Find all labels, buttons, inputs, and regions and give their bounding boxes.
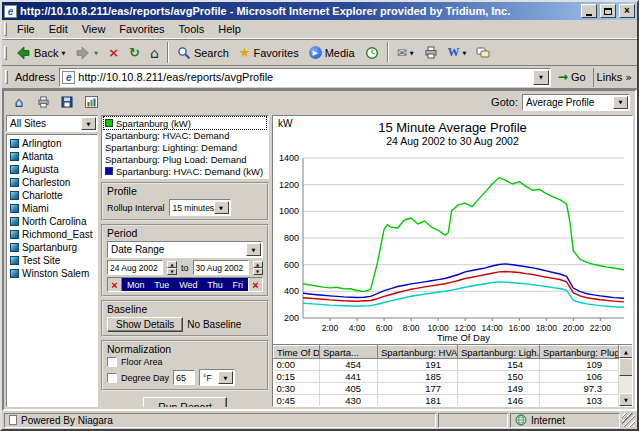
period-type-select[interactable]: Date Range ▼	[107, 241, 263, 258]
site-filter-dropdown-icon[interactable]: ▼	[81, 117, 96, 130]
title-bar[interactable]: e http://10.10.8.211/eas/reports/avgProf…	[2, 2, 637, 20]
start-date-field[interactable]: 24 Aug 2002	[107, 260, 163, 275]
site-item[interactable]: Spartanburg	[7, 241, 97, 254]
site-item[interactable]: Winston Salem	[7, 267, 97, 280]
weekday-thu[interactable]: Thu	[207, 280, 223, 290]
series-item[interactable]: Spartanburg: HVAC: Demand (kW)	[104, 165, 266, 177]
discuss-button[interactable]	[471, 41, 495, 64]
site-item[interactable]: Charlotte	[7, 189, 97, 202]
media-button[interactable]: ▶ Media	[304, 41, 360, 64]
period-type-dropdown-icon[interactable]: ▼	[246, 243, 261, 256]
series-item[interactable]: Spartanburg (kW)	[104, 117, 266, 129]
table-scrollbar[interactable]: ▲ ▼	[619, 345, 633, 406]
back-button[interactable]: Back ▼	[10, 41, 70, 64]
links-chevron-icon[interactable]: »	[625, 71, 632, 84]
mail-button[interactable]: ✉ ▼	[392, 41, 419, 64]
table-header-cell[interactable]: Spartanburg: Plug ...	[540, 346, 619, 359]
rollup-dropdown-icon[interactable]: ▼	[214, 201, 229, 214]
address-input[interactable]: e http://10.10.8.211/eas/reports/avgProf…	[59, 68, 550, 87]
show-details-button[interactable]: Show Details	[107, 317, 183, 332]
site-item[interactable]: Arlington	[7, 137, 97, 150]
site-item[interactable]: Charleston	[7, 176, 97, 189]
toolbar-grip[interactable]	[4, 46, 7, 60]
back-dropdown-icon[interactable]: ▼	[61, 50, 65, 56]
weekday-selector[interactable]: × MonTueWedThuFri ×	[107, 277, 263, 292]
degree-day-checkbox[interactable]	[107, 373, 117, 383]
table-header-cell[interactable]: Spartanburg: HVAC...	[378, 346, 458, 359]
forward-button[interactable]: ▼	[70, 41, 103, 64]
series-item[interactable]: Spartanburg: Plug Load: Demand	[104, 153, 266, 165]
weekday-labels[interactable]: MonTueWedThuFri	[122, 278, 248, 291]
table-row[interactable]: 0:3040517714997.3	[274, 383, 619, 395]
minimize-button[interactable]	[581, 4, 597, 18]
app-chart-button[interactable]	[81, 93, 101, 111]
site-item[interactable]: Miami	[7, 202, 97, 215]
weekday-fri[interactable]: Fri	[233, 280, 244, 290]
scrollbar-thumb[interactable]	[619, 358, 633, 376]
end-date-field[interactable]: 30 Aug 2002	[193, 260, 249, 275]
resize-grip[interactable]	[622, 413, 635, 427]
rollup-interval-select[interactable]: 15 minutes ▼	[169, 199, 231, 216]
sunday-excluded-icon[interactable]: ×	[108, 278, 122, 291]
favorites-button[interactable]: ★ Favorites	[234, 41, 304, 64]
menu-edit[interactable]: Edit	[42, 21, 75, 37]
site-item[interactable]: Richmond_East	[7, 228, 97, 241]
table-header-cell[interactable]: Sparta...	[320, 346, 378, 359]
table-header-cell[interactable]: Time Of Day	[274, 346, 320, 359]
menu-tools[interactable]: Tools	[172, 21, 212, 37]
series-item[interactable]: Spartanburg: Lighting: Demand	[104, 141, 266, 153]
menu-view[interactable]: View	[75, 21, 113, 37]
weekday-tue[interactable]: Tue	[154, 280, 169, 290]
series-label: Spartanburg: HVAC: Demand (kW)	[116, 166, 263, 177]
menu-help[interactable]: Help	[211, 21, 248, 37]
scrollbar-track[interactable]	[619, 358, 633, 393]
saturday-excluded-icon[interactable]: ×	[248, 278, 262, 291]
close-button[interactable]: ×	[619, 4, 635, 18]
stop-button[interactable]: ×	[103, 41, 124, 64]
address-dropdown-icon[interactable]: ▼	[533, 70, 549, 85]
search-button[interactable]: Search	[172, 41, 234, 64]
scroll-up-icon[interactable]: ▲	[619, 345, 633, 358]
floor-area-checkbox[interactable]	[107, 357, 117, 367]
table-row[interactable]: 0:15441185150106	[274, 371, 619, 383]
menu-favorites[interactable]: Favorites	[112, 21, 171, 37]
go-button[interactable]: → Go	[555, 70, 589, 84]
history-button[interactable]	[360, 41, 384, 64]
start-date-stepper[interactable]: ▲▼	[167, 261, 177, 275]
degree-day-value-field[interactable]: 65	[173, 370, 195, 385]
weekday-wed[interactable]: Wed	[179, 280, 197, 290]
app-print-button[interactable]	[33, 93, 53, 111]
home-button[interactable]: ⌂	[145, 41, 164, 64]
app-home-button[interactable]: ⌂	[9, 93, 29, 111]
table-row[interactable]: 0:00454191154109	[274, 359, 619, 371]
site-item[interactable]: Atlanta	[7, 150, 97, 163]
goto-dropdown-icon[interactable]: ▼	[613, 96, 628, 109]
forward-dropdown-icon[interactable]: ▼	[94, 50, 98, 56]
menubar-grip[interactable]	[4, 22, 7, 36]
status-text: Powered By Niagara	[21, 415, 113, 426]
series-item[interactable]: Spartanburg: HVAC: Demand	[104, 129, 266, 141]
degree-unit-dropdown-icon[interactable]: ▼	[218, 371, 233, 384]
site-filter-select[interactable]: All Sites ▼	[6, 115, 98, 132]
end-date-stepper[interactable]: ▲▼	[253, 261, 263, 275]
degree-unit-select[interactable]: °F ▼	[199, 369, 235, 386]
goto-select[interactable]: Average Profile ▼	[522, 94, 630, 111]
app-save-button[interactable]	[57, 93, 77, 111]
run-report-button[interactable]: Run Report	[143, 397, 227, 407]
addressbar-grip[interactable]	[5, 70, 8, 84]
mail-dropdown-icon[interactable]: ▼	[410, 50, 414, 56]
table-row[interactable]: 0:45430181146103	[274, 395, 619, 407]
site-item[interactable]: Test Site	[7, 254, 97, 267]
site-item[interactable]: Augusta	[7, 163, 97, 176]
table-header-cell[interactable]: Spartanburg: Ligh...	[458, 346, 540, 359]
edit-dropdown-icon[interactable]: ▼	[463, 50, 467, 56]
edit-with-word-button[interactable]: W ▼	[443, 41, 472, 64]
scroll-down-icon[interactable]: ▼	[619, 393, 633, 406]
menu-file[interactable]: File	[10, 21, 42, 37]
links-toolbar[interactable]: Links »	[593, 68, 635, 87]
weekday-mon[interactable]: Mon	[127, 280, 145, 290]
print-button[interactable]	[419, 41, 443, 64]
refresh-button[interactable]: ↻	[124, 41, 145, 64]
site-item[interactable]: North Carolina	[7, 215, 97, 228]
maximize-button[interactable]	[600, 4, 616, 18]
